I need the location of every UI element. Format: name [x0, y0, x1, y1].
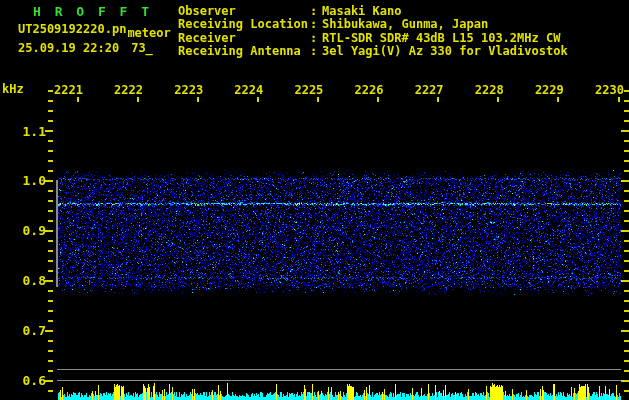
x-axis-tick-labels: 2221 2222 2223 2224 2225 2226 2227 2228 …	[54, 83, 624, 97]
info-row-observer: Observer:Masaki Kano	[178, 5, 568, 18]
hrofft-window: H R O F F T UT2509192220.pnmeteor 25.09.…	[0, 0, 629, 400]
y-axis-unit-label: kHz	[2, 82, 24, 96]
field-value: 3el Yagi(V) Az 330 for Vladivostok	[322, 44, 568, 58]
field-separator: :	[310, 45, 322, 58]
window-label: meteor	[127, 26, 170, 40]
y-tick-label: 0.6	[14, 373, 46, 388]
field-value: RTL-SDR SDR# 43dB L15 103.2MHz CW	[322, 31, 560, 45]
x-tick-label: 2222	[114, 83, 143, 97]
field-value: Shibukawa, Gunma, Japan	[322, 17, 488, 31]
app-title: H R O F F T	[33, 4, 152, 19]
x-tick-label: 2229	[535, 83, 564, 97]
info-row-receiver: Receiver:RTL-SDR SDR# 43dB L15 103.2MHz …	[178, 32, 568, 45]
file-line: UT2509192220.pnmeteor	[18, 22, 171, 36]
x-tick-label: 2227	[415, 83, 444, 97]
x-tick-label: 2223	[174, 83, 203, 97]
y-tick-label: 1.0	[14, 173, 46, 188]
y-tick-label: 0.7	[14, 323, 46, 338]
info-row-antenna: Receiving Antenna:3el Yagi(V) Az 330 for…	[178, 45, 568, 58]
status-counter: 73_	[131, 41, 153, 55]
y-tick-label: 0.9	[14, 223, 46, 238]
y-tick-label: 1.1	[14, 124, 46, 139]
output-filename: UT2509192220.pn	[18, 22, 126, 36]
field-value: Masaki Kano	[322, 4, 401, 18]
spectrogram-canvas	[0, 0, 629, 400]
x-tick-label: 2228	[475, 83, 504, 97]
field-separator: :	[310, 32, 322, 45]
field-label: Receiving Location	[178, 18, 310, 31]
y-tick-label: 0.8	[14, 273, 46, 288]
date-line: 25.09.19 22:2073_	[18, 41, 153, 55]
field-separator: :	[310, 5, 322, 18]
info-row-location: Receiving Location:Shibukawa, Gunma, Jap…	[178, 18, 568, 31]
field-label: Observer	[178, 5, 310, 18]
observation-info: Observer:Masaki Kano Receiving Location:…	[178, 5, 568, 59]
x-tick-label: 2230	[595, 83, 624, 97]
x-tick-label: 2225	[294, 83, 323, 97]
x-tick-label: 2224	[234, 83, 263, 97]
datetime-text: 25.09.19 22:20	[18, 41, 119, 55]
field-label: Receiver	[178, 32, 310, 45]
field-label: Receiving Antenna	[178, 45, 310, 58]
x-tick-label: 2226	[355, 83, 384, 97]
x-tick-label: 2221	[54, 83, 83, 97]
field-separator: :	[310, 18, 322, 31]
